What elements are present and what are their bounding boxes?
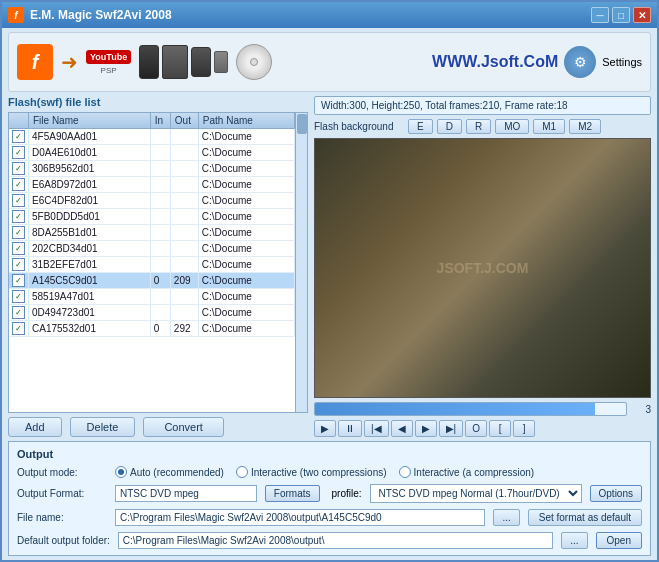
add-button[interactable]: Add [8, 417, 62, 437]
options-button[interactable]: Options [590, 485, 642, 502]
prev-frame-button[interactable]: ◀ [391, 420, 413, 437]
scrollbar-vertical[interactable] [295, 113, 307, 412]
row-checkbox[interactable] [9, 241, 29, 257]
progress-number: 3 [631, 404, 651, 415]
profile-select[interactable]: NTSC DVD mpeg Normal (1.7hour/DVD) [370, 484, 582, 503]
bg-btn-m1[interactable]: M1 [533, 119, 565, 134]
row-checkbox[interactable] [9, 129, 29, 145]
flash-bg-row: Flash background E D R MO M1 M2 [314, 119, 651, 134]
scrollbar-horizontal[interactable] [9, 412, 307, 413]
row-path: C:\Docume [198, 145, 294, 161]
filename-row: File name: ... Set format as default [17, 509, 642, 526]
settings-label[interactable]: Settings [602, 56, 642, 68]
folder-field[interactable] [118, 532, 553, 549]
row-checkbox[interactable] [9, 321, 29, 337]
checkbox-icon[interactable] [12, 130, 25, 143]
radio-one-comp-circle[interactable] [399, 466, 411, 478]
checkbox-icon[interactable] [12, 226, 25, 239]
checkbox-icon[interactable] [12, 210, 25, 223]
radio-one-comp[interactable]: Interactive (a compression) [399, 466, 535, 478]
bg-btn-m2[interactable]: M2 [569, 119, 601, 134]
row-checkbox[interactable] [9, 257, 29, 273]
table-row[interactable]: CA175532d01 0 292 C:\Docume [9, 321, 295, 337]
output-format-label: Output Format: [17, 488, 107, 499]
fast-forward-button[interactable]: ▶| [439, 420, 464, 437]
table-row[interactable]: A145C5C9d01 0 209 C:\Docume [9, 273, 295, 289]
checkbox-icon[interactable] [12, 146, 25, 159]
radio-two-comp[interactable]: Interactive (two compressions) [236, 466, 387, 478]
bg-btn-e[interactable]: E [408, 119, 433, 134]
checkbox-icon[interactable] [12, 306, 25, 319]
filename-browse-button[interactable]: ... [493, 509, 519, 526]
row-in [150, 257, 170, 273]
table-row[interactable]: 202CBD34d01 C:\Docume [9, 241, 295, 257]
row-checkbox[interactable] [9, 289, 29, 305]
in-point-button[interactable]: [ [489, 420, 511, 437]
rewind-button[interactable]: |◀ [364, 420, 389, 437]
table-row[interactable]: E6A8D972d01 C:\Docume [9, 177, 295, 193]
row-checkbox[interactable] [9, 145, 29, 161]
open-button[interactable]: Open [596, 532, 642, 549]
row-checkbox[interactable] [9, 305, 29, 321]
row-checkbox[interactable] [9, 177, 29, 193]
row-out [170, 209, 198, 225]
delete-button[interactable]: Delete [70, 417, 136, 437]
minimize-button[interactable]: ─ [591, 7, 609, 23]
radio-one-comp-label: Interactive (a compression) [414, 467, 535, 478]
folder-browse-button[interactable]: ... [561, 532, 587, 549]
pause-button[interactable]: ⏸ [338, 420, 362, 437]
table-row[interactable]: 306B9562d01 C:\Docume [9, 161, 295, 177]
settings-area: WWW.Jsoft.CoM ⚙ Settings [432, 46, 642, 78]
format-field[interactable] [115, 485, 257, 502]
loop-button[interactable]: O [465, 420, 487, 437]
filename-field[interactable] [115, 509, 485, 526]
row-checkbox[interactable] [9, 273, 29, 289]
settings-icon[interactable]: ⚙ [564, 46, 596, 78]
radio-two-comp-circle[interactable] [236, 466, 248, 478]
play-button[interactable]: ▶ [314, 420, 336, 437]
bg-btn-mo[interactable]: MO [495, 119, 529, 134]
row-path: C:\Docume [198, 289, 294, 305]
table-row[interactable]: 31B2EFE7d01 C:\Docume [9, 257, 295, 273]
preview-panel: Width:300, Height:250, Total frames:210,… [314, 96, 651, 437]
checkbox-icon[interactable] [12, 322, 25, 335]
set-default-button[interactable]: Set format as default [528, 509, 642, 526]
formats-button[interactable]: Formats [265, 485, 320, 502]
maximize-button[interactable]: □ [612, 7, 630, 23]
table-row[interactable]: 58519A47d01 C:\Docume [9, 289, 295, 305]
table-row[interactable]: 5FB0DDD5d01 C:\Docume [9, 209, 295, 225]
row-checkbox[interactable] [9, 161, 29, 177]
progress-bar[interactable] [314, 402, 627, 416]
next-frame-button[interactable]: ▶ [415, 420, 437, 437]
bg-btn-r[interactable]: R [466, 119, 491, 134]
row-checkbox[interactable] [9, 225, 29, 241]
row-filename: 4F5A90AAd01 [29, 129, 151, 145]
row-out [170, 129, 198, 145]
row-checkbox[interactable] [9, 193, 29, 209]
progress-fill [315, 403, 595, 415]
table-row[interactable]: D0A4E610d01 C:\Docume [9, 145, 295, 161]
out-point-button[interactable]: ] [513, 420, 535, 437]
convert-button[interactable]: Convert [143, 417, 224, 437]
table-row[interactable]: 8DA255B1d01 C:\Docume [9, 225, 295, 241]
checkbox-icon[interactable] [12, 274, 25, 287]
checkbox-icon[interactable] [12, 194, 25, 207]
scrollbar-thumb[interactable] [297, 114, 307, 134]
checkbox-icon[interactable] [12, 162, 25, 175]
output-mode-label: Output mode: [17, 467, 107, 478]
close-button[interactable]: ✕ [633, 7, 651, 23]
col-out: Out [170, 113, 198, 129]
checkbox-icon[interactable] [12, 258, 25, 271]
table-row[interactable]: E6C4DF82d01 C:\Docume [9, 193, 295, 209]
radio-auto[interactable]: Auto (recommended) [115, 466, 224, 478]
table-row[interactable]: 0D494723d01 C:\Docume [9, 305, 295, 321]
row-out [170, 177, 198, 193]
preview-area: JSOFT.J.COM [314, 138, 651, 398]
checkbox-icon[interactable] [12, 242, 25, 255]
table-row[interactable]: 4F5A90AAd01 C:\Docume [9, 129, 295, 145]
checkbox-icon[interactable] [12, 178, 25, 191]
bg-btn-d[interactable]: D [437, 119, 462, 134]
checkbox-icon[interactable] [12, 290, 25, 303]
row-checkbox[interactable] [9, 209, 29, 225]
radio-auto-circle[interactable] [115, 466, 127, 478]
